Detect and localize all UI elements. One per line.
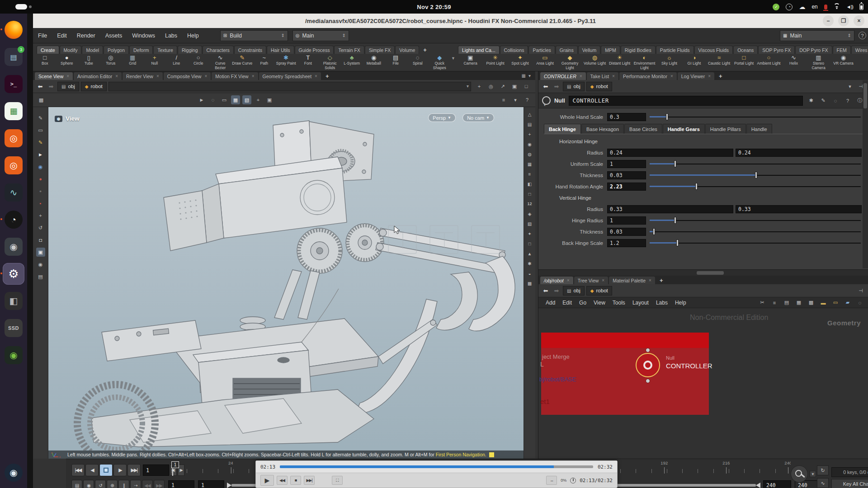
go-to-end-button[interactable]: ▶▶|	[127, 464, 141, 476]
forward-arrow-icon[interactable]: ➡	[552, 287, 561, 294]
dock-item-settings[interactable]: ⚙	[3, 263, 24, 285]
shelf-tool[interactable]: ◉ VR Camera	[831, 54, 856, 71]
player-fullscreen-button[interactable]: ⛶	[332, 476, 343, 485]
pane-tab[interactable]: +	[715, 72, 726, 80]
pane-tab[interactable]: Performance Monitor	[619, 72, 677, 80]
param-folder-tab[interactable]: Base Circles	[624, 124, 662, 134]
viewport-tool-icon[interactable]: ▪	[36, 199, 45, 208]
pane-tab[interactable]: Scene View	[35, 72, 73, 80]
node-input-connector[interactable]	[646, 348, 650, 352]
pane-tab[interactable]: Render View	[123, 72, 163, 80]
shelf-tab[interactable]: Constraints	[234, 46, 266, 54]
shelf-tool[interactable]: ◌ Spiral	[407, 54, 429, 71]
menu-item[interactable]: Help	[182, 33, 204, 39]
shelf-tool[interactable]: ◇ Platonic Solids	[319, 54, 341, 71]
toolbar-icon[interactable]: ▣	[265, 95, 274, 104]
display-option-icon[interactable]: ≡	[526, 170, 534, 178]
network-menu-item[interactable]: Go	[576, 300, 590, 306]
params-scrollbar[interactable]	[863, 80, 868, 268]
menu-item[interactable]: Labs	[160, 33, 182, 39]
playbar-option-icon[interactable]: ∥	[118, 480, 129, 488]
dropdown-icon[interactable]: ▾	[845, 82, 854, 91]
key-options-dropdown-icon[interactable]: ▼	[810, 471, 816, 477]
network-menu-item[interactable]: Tools	[609, 300, 629, 306]
obs-tray-icon[interactable]: ◔	[786, 4, 793, 10]
auto-key-icon[interactable]: ↻	[817, 465, 829, 475]
viewport-tool-icon[interactable]: ↺	[36, 223, 45, 232]
dock-item-ssd-utility[interactable]: SSD	[3, 317, 24, 339]
playhead-frame-flag[interactable]: 1	[171, 461, 179, 468]
controller-node[interactable]	[636, 353, 660, 377]
toolbar-icon[interactable]: ▾	[511, 95, 520, 104]
stop-button[interactable]	[99, 464, 113, 476]
set-key-button[interactable]	[791, 465, 808, 483]
menu-item[interactable]: File	[33, 33, 52, 39]
keyboard-layout-indicator[interactable]: en	[811, 4, 817, 10]
path-node-chip[interactable]: ◆ robot	[586, 286, 612, 296]
dock-item-steam[interactable]: ◉	[3, 462, 24, 483]
dock-item-terminal[interactable]: >_	[3, 73, 24, 95]
shelf-tab[interactable]: Grains	[556, 46, 578, 54]
pane-tab[interactable]: Material Palette	[609, 277, 655, 284]
shelf-tab[interactable]: Guide Process	[295, 46, 334, 54]
viewport-tool-icon[interactable]: ✎	[36, 113, 45, 122]
shelf-tool[interactable]: ✱ Spray Paint	[275, 54, 297, 71]
display-option-icon[interactable]: 12	[526, 200, 534, 207]
path-context-chip[interactable]: ▤ obj	[563, 82, 585, 91]
shelf-tool[interactable]: ◐ Environment Light	[632, 54, 657, 71]
param-value-field[interactable]: 0.33	[607, 205, 733, 213]
shelf-tool[interactable]: ● Sphere	[56, 54, 78, 71]
shelf-tool[interactable]: ◉ Metaball	[363, 54, 385, 71]
display-option-icon[interactable]: ▦	[526, 160, 534, 168]
param-header-icon[interactable]: ◌	[831, 96, 840, 105]
dock-item-screenshot-tool[interactable]: ◉	[3, 236, 24, 258]
param-slider[interactable]	[650, 217, 862, 224]
dock-item-libreoffice-calc[interactable]: ▦	[3, 100, 24, 122]
network-menu-item[interactable]: View	[590, 300, 609, 306]
dock-item-messages[interactable]: ▤ 3	[3, 46, 24, 68]
pane-control-icon[interactable]: ▾	[528, 73, 531, 78]
display-option-icon[interactable]: ▧	[526, 220, 534, 227]
shelf-tool[interactable]: ∿ Curve Bezier	[209, 54, 231, 71]
playbar-option-icon[interactable]: ◀◀	[142, 480, 153, 488]
viewport-tool-icon[interactable]: ▭	[36, 126, 45, 135]
shelf-tool[interactable]: ▥ Stereo Camera	[806, 54, 831, 71]
network-menu-item[interactable]: Help	[671, 300, 690, 306]
shelf-tab[interactable]: FEM	[833, 46, 851, 54]
param-value-field[interactable]: 0.03	[607, 228, 646, 236]
viewport-tool-icon[interactable]: ●	[36, 174, 45, 183]
shelf-tool[interactable]: ☼ Sky Light	[657, 54, 682, 71]
param-value-field[interactable]: 0.03	[607, 171, 646, 179]
dock-item-audio-app[interactable]: ∿	[3, 182, 24, 203]
display-option-icon[interactable]: △	[526, 111, 534, 118]
path-context-chip[interactable]: ▤ obj	[57, 82, 79, 91]
toolbar-icon[interactable]: ≡	[499, 95, 508, 104]
display-option-icon[interactable]: ◍	[526, 150, 534, 158]
dock-item-obs-studio[interactable]: ◔	[3, 209, 24, 230]
shelf-tool[interactable]: ♣ L-System	[341, 54, 363, 71]
shelf-tab[interactable]: SOP Pyro FX	[758, 46, 795, 54]
shelf-tool[interactable]: T Font	[297, 54, 319, 71]
param-folder-tab[interactable]: Handle	[746, 124, 772, 134]
pane-tab[interactable]: Log Viewer	[678, 72, 714, 80]
play-reverse-button[interactable]: ◀	[85, 464, 99, 476]
shelf-tool[interactable]: ▤ File	[385, 54, 407, 71]
shelf-tab[interactable]: Particle Fluids	[656, 46, 694, 54]
shelf-tab[interactable]: Deform	[129, 46, 153, 54]
title-bar[interactable]: /media/anasvfx/0EA5072C0EA5072C/robot_co…	[33, 14, 868, 28]
desktop-selector[interactable]: ▦ Main⇕	[780, 30, 854, 41]
shield-icon[interactable]: ✓	[773, 4, 779, 10]
dock-item-firefox[interactable]	[3, 19, 24, 41]
shelf-tool[interactable]: ▯ Tube	[78, 54, 100, 71]
param-value-field[interactable]: 1.2	[607, 239, 646, 247]
pin-icon[interactable]: ⊣	[856, 286, 865, 295]
go-to-start-button[interactable]: |◀◀	[71, 464, 85, 476]
display-option-icon[interactable]: □	[526, 240, 534, 247]
shelf-tab[interactable]: Create	[37, 46, 59, 54]
shelf-tool[interactable]: ◆ Geometry Light	[557, 54, 582, 71]
pane-tab[interactable]: Geometry Spreadsheet	[259, 72, 321, 80]
pane-tab[interactable]: Tree View	[574, 277, 609, 284]
toolbar-icon[interactable]: ►	[197, 95, 206, 104]
maximize-button[interactable]: ❐	[838, 15, 849, 26]
player-loop-button[interactable]: ↔	[546, 476, 557, 485]
